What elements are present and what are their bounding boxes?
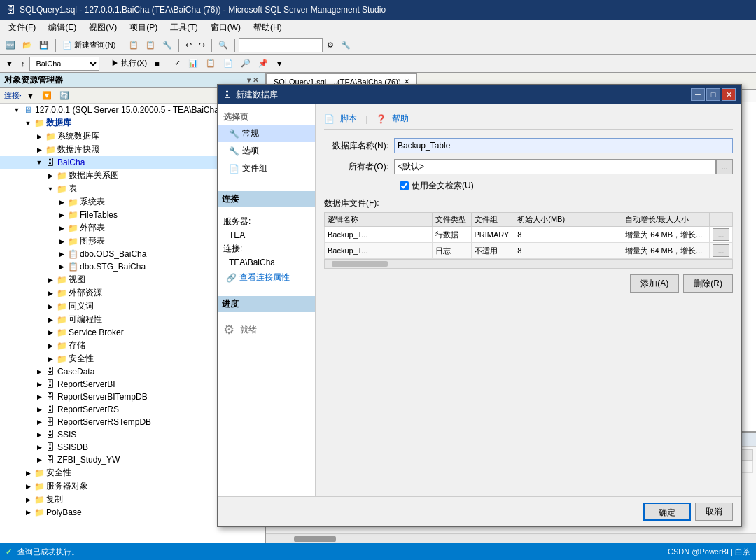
menu-help[interactable]: 帮助(H)	[248, 20, 288, 35]
file0-logical-input[interactable]	[328, 230, 429, 239]
snapshot-expand[interactable]: ▶	[34, 146, 45, 153]
extres-expand[interactable]: ▶	[45, 290, 56, 297]
file0-size-input[interactable]	[517, 230, 619, 239]
menu-project[interactable]: 项目(P)	[124, 20, 163, 35]
stg-expand[interactable]: ▶	[56, 263, 67, 270]
toolbar-q1[interactable]: 📊	[186, 57, 201, 69]
add-file-btn[interactable]: 添加(A)	[630, 274, 679, 293]
toolbar-save[interactable]: 💾	[36, 39, 52, 51]
file1-size[interactable]	[514, 243, 622, 259]
diagrams-expand[interactable]: ▶	[45, 172, 56, 179]
nav-item-filegroups[interactable]: 📄 文件组	[218, 160, 315, 177]
servobj-expand[interactable]: ▶	[22, 483, 34, 490]
file1-logical-input[interactable]	[328, 246, 429, 255]
nav-item-general[interactable]: 🔧 常规	[218, 125, 315, 142]
file0-logical[interactable]	[325, 227, 433, 243]
file0-size[interactable]	[514, 227, 622, 243]
toolbar-open[interactable]: 📂	[20, 39, 35, 51]
dialog-close-btn[interactable]: ✕	[722, 88, 736, 101]
nav-item-options[interactable]: 🔧 选项	[218, 142, 315, 160]
parse-button[interactable]: ✓	[172, 57, 183, 69]
zfbi-expand[interactable]: ▶	[34, 456, 45, 463]
toolbar-settings[interactable]: ⚙	[324, 39, 337, 51]
cancel-btn[interactable]: 取消	[695, 503, 733, 521]
rsrstempdb-expand[interactable]: ▶	[34, 419, 45, 426]
menu-window[interactable]: 窗口(W)	[205, 20, 246, 35]
poly-expand[interactable]: ▶	[22, 509, 34, 516]
toolbar-q5[interactable]: 📌	[255, 57, 271, 69]
systemdb-expand[interactable]: ▶	[34, 133, 45, 140]
rsbi-expand[interactable]: ▶	[34, 381, 45, 388]
toolbar-redo[interactable]: ↪	[196, 39, 208, 51]
database-selector[interactable]: BaiCha	[29, 57, 99, 71]
ok-btn[interactable]: 确定	[643, 503, 691, 521]
delete-file-btn[interactable]: 删除(R)	[683, 274, 733, 293]
dbname-input[interactable]	[394, 138, 733, 153]
oe-connect-label[interactable]: 连接·	[4, 90, 22, 101]
menu-file[interactable]: 文件(F)	[3, 20, 41, 35]
syn-expand[interactable]: ▶	[45, 303, 56, 310]
menu-view[interactable]: 视图(V)	[83, 20, 122, 35]
fulltext-label[interactable]: 使用全文检索(U)	[412, 180, 474, 192]
results-scrollbar[interactable]	[266, 533, 756, 543]
script-icon[interactable]: 📄	[324, 114, 335, 124]
prog-expand[interactable]: ▶	[45, 316, 56, 323]
rsrs-expand[interactable]: ▶	[34, 406, 45, 413]
toolbar-extra[interactable]: 🔧	[338, 39, 354, 51]
ssisdb-expand[interactable]: ▶	[34, 444, 45, 451]
server-expand-icon[interactable]: ▼	[11, 106, 22, 113]
broker-expand[interactable]: ▶	[45, 329, 56, 336]
search-toolbar-input[interactable]	[239, 38, 323, 52]
secbaicha-expand[interactable]: ▶	[45, 356, 56, 363]
stop-button[interactable]: ■	[152, 58, 162, 69]
ods-expand[interactable]: ▶	[56, 251, 67, 258]
databases-expand-icon[interactable]: ▼	[22, 120, 34, 127]
file1-logical[interactable]	[325, 243, 433, 259]
fulltext-checkbox[interactable]	[400, 181, 409, 190]
toolbar-q2[interactable]: 📋	[203, 57, 218, 69]
menu-tools[interactable]: 工具(T)	[164, 20, 203, 35]
menu-edit[interactable]: 编辑(E)	[43, 20, 82, 35]
toolbar-btn3[interactable]: 🔧	[160, 39, 175, 51]
script-label[interactable]: 脚本	[340, 113, 357, 125]
views-expand[interactable]: ▶	[45, 276, 56, 284]
toolbar-filter2[interactable]: ↕	[18, 58, 28, 69]
toolbar-btn2[interactable]: 📋	[143, 39, 158, 51]
toolbar-new[interactable]: 🆕	[3, 39, 18, 51]
oe-refresh-btn[interactable]: 🔄	[57, 90, 72, 102]
file1-action-btn[interactable]: ...	[713, 244, 729, 257]
toolbar-filter[interactable]: ▼	[3, 58, 16, 69]
oe-filter-btn[interactable]: ▼	[24, 90, 37, 102]
toolbar-q6[interactable]: ▼	[273, 58, 286, 69]
toolbar-search[interactable]: 🔍	[216, 39, 231, 51]
storage-expand[interactable]: ▶	[45, 342, 56, 349]
toolbar-newquery[interactable]: 📄 新建查询(N)	[59, 38, 118, 52]
tables-expand[interactable]: ▼	[45, 186, 56, 192]
help-label[interactable]: 帮助	[392, 113, 409, 125]
owner-browse-btn[interactable]: ...	[716, 159, 733, 174]
oe-filter-icon[interactable]: 🔽	[39, 90, 55, 102]
dialog-maximize-btn[interactable]: □	[706, 88, 720, 101]
file1-size-input[interactable]	[517, 246, 619, 255]
toolbar-btn1[interactable]: 📋	[126, 39, 141, 51]
file0-action-btn[interactable]: ...	[713, 228, 729, 241]
table-scrollbar-thumb[interactable]	[332, 261, 388, 267]
owner-input[interactable]	[394, 159, 716, 174]
toolbar-q4[interactable]: 🔎	[238, 57, 253, 69]
table-scrollbar[interactable]	[324, 259, 733, 269]
toolbar-q3[interactable]: 📄	[220, 57, 236, 69]
dialog-minimize-btn[interactable]: ─	[691, 88, 705, 101]
ssis-expand[interactable]: ▶	[34, 431, 45, 438]
external-expand[interactable]: ▶	[56, 225, 67, 232]
toolbar-undo[interactable]: ↩	[183, 39, 195, 51]
scrollbar-thumb[interactable]	[294, 536, 336, 542]
sectop-expand[interactable]: ▶	[22, 470, 34, 477]
repl-expand[interactable]: ▶	[22, 496, 34, 503]
systable-expand[interactable]: ▶	[56, 199, 67, 206]
execute-button[interactable]: ▶ 执行(X)	[108, 57, 150, 70]
baicha-expand[interactable]: ▼	[34, 159, 45, 166]
casedata-expand[interactable]: ▶	[34, 368, 45, 375]
graph-expand[interactable]: ▶	[56, 238, 67, 245]
rsbitempdb-expand[interactable]: ▶	[34, 393, 45, 400]
filetable-expand[interactable]: ▶	[56, 211, 67, 218]
